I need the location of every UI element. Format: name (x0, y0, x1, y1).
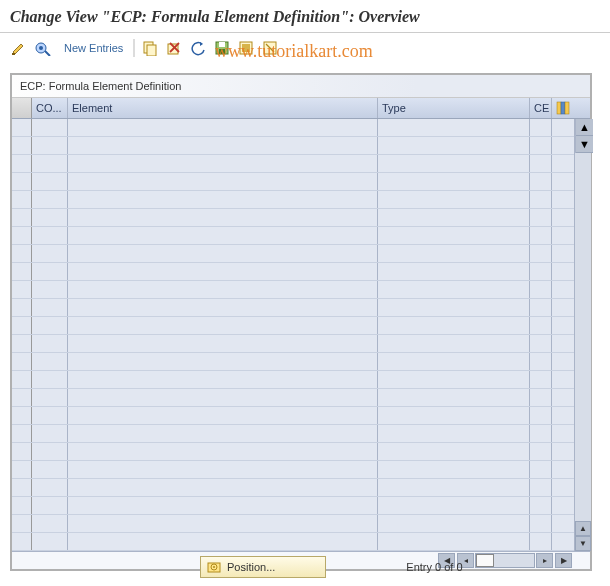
cell-co[interactable] (32, 443, 68, 460)
row-selector[interactable] (12, 263, 32, 280)
cell-type[interactable] (378, 173, 530, 190)
row-selector[interactable] (12, 389, 32, 406)
new-entries-button[interactable]: New Entries (64, 42, 123, 54)
select-all-icon[interactable] (237, 39, 255, 57)
table-row[interactable] (12, 515, 574, 533)
cell-co[interactable] (32, 245, 68, 262)
table-row[interactable] (12, 299, 574, 317)
table-row[interactable] (12, 461, 574, 479)
cell-ce[interactable] (530, 317, 552, 334)
cell-co[interactable] (32, 353, 68, 370)
row-selector[interactable] (12, 461, 32, 478)
row-selector[interactable] (12, 425, 32, 442)
cell-element[interactable] (68, 119, 378, 136)
cell-element[interactable] (68, 497, 378, 514)
cell-type[interactable] (378, 119, 530, 136)
cell-ce[interactable] (530, 281, 552, 298)
cell-ce[interactable] (530, 119, 552, 136)
cell-co[interactable] (32, 137, 68, 154)
cell-element[interactable] (68, 317, 378, 334)
row-selector[interactable] (12, 479, 32, 496)
cell-ce[interactable] (530, 425, 552, 442)
row-selector[interactable] (12, 155, 32, 172)
column-header-co[interactable]: CO... (32, 98, 68, 118)
cell-element[interactable] (68, 353, 378, 370)
cell-ce[interactable] (530, 389, 552, 406)
cell-type[interactable] (378, 335, 530, 352)
row-selector[interactable] (12, 281, 32, 298)
cell-type[interactable] (378, 425, 530, 442)
cell-element[interactable] (68, 281, 378, 298)
table-row[interactable] (12, 479, 574, 497)
cell-ce[interactable] (530, 209, 552, 226)
scroll-up-bottom-icon[interactable]: ▲ (575, 521, 591, 536)
cell-type[interactable] (378, 155, 530, 172)
table-row[interactable] (12, 191, 574, 209)
cell-element[interactable] (68, 515, 378, 532)
table-row[interactable] (12, 443, 574, 461)
cell-ce[interactable] (530, 245, 552, 262)
cell-ce[interactable] (530, 299, 552, 316)
cell-co[interactable] (32, 335, 68, 352)
cell-type[interactable] (378, 245, 530, 262)
table-row[interactable] (12, 245, 574, 263)
row-selector[interactable] (12, 407, 32, 424)
cell-type[interactable] (378, 281, 530, 298)
cell-type[interactable] (378, 137, 530, 154)
cell-element[interactable] (68, 479, 378, 496)
cell-element[interactable] (68, 263, 378, 280)
other-view-icon[interactable] (34, 39, 54, 57)
cell-co[interactable] (32, 317, 68, 334)
cell-element[interactable] (68, 461, 378, 478)
cell-co[interactable] (32, 479, 68, 496)
cell-type[interactable] (378, 461, 530, 478)
cell-ce[interactable] (530, 173, 552, 190)
row-selector[interactable] (12, 299, 32, 316)
cell-element[interactable] (68, 335, 378, 352)
deselect-all-icon[interactable] (261, 39, 279, 57)
cell-element[interactable] (68, 407, 378, 424)
row-selector[interactable] (12, 335, 32, 352)
row-selector[interactable] (12, 443, 32, 460)
row-selector[interactable] (12, 515, 32, 532)
undo-icon[interactable] (189, 39, 207, 57)
row-selector[interactable] (12, 497, 32, 514)
table-row[interactable] (12, 227, 574, 245)
column-config-icon[interactable] (552, 98, 574, 118)
cell-element[interactable] (68, 299, 378, 316)
cell-type[interactable] (378, 209, 530, 226)
cell-ce[interactable] (530, 515, 552, 532)
cell-co[interactable] (32, 191, 68, 208)
cell-ce[interactable] (530, 479, 552, 496)
table-row[interactable] (12, 137, 574, 155)
cell-type[interactable] (378, 389, 530, 406)
table-row[interactable] (12, 497, 574, 515)
cell-type[interactable] (378, 479, 530, 496)
cell-co[interactable] (32, 209, 68, 226)
cell-co[interactable] (32, 299, 68, 316)
vertical-scrollbar[interactable]: ▲ ▼ ▲ ▼ (574, 119, 591, 551)
table-row[interactable] (12, 155, 574, 173)
scroll-down-icon[interactable]: ▼ (576, 136, 593, 153)
cell-ce[interactable] (530, 263, 552, 280)
cell-element[interactable] (68, 155, 378, 172)
cell-element[interactable] (68, 443, 378, 460)
cell-ce[interactable] (530, 407, 552, 424)
cell-ce[interactable] (530, 443, 552, 460)
cell-type[interactable] (378, 317, 530, 334)
table-row[interactable] (12, 317, 574, 335)
table-row[interactable] (12, 173, 574, 191)
cell-co[interactable] (32, 155, 68, 172)
cell-co[interactable] (32, 515, 68, 532)
save-icon[interactable] (213, 39, 231, 57)
row-selector[interactable] (12, 227, 32, 244)
row-selector[interactable] (12, 245, 32, 262)
cell-element[interactable] (68, 425, 378, 442)
cell-type[interactable] (378, 191, 530, 208)
cell-type[interactable] (378, 263, 530, 280)
cell-ce[interactable] (530, 227, 552, 244)
cell-ce[interactable] (530, 155, 552, 172)
cell-ce[interactable] (530, 353, 552, 370)
column-header-ce[interactable]: CE (530, 98, 552, 118)
scroll-track-vertical[interactable] (575, 153, 591, 521)
